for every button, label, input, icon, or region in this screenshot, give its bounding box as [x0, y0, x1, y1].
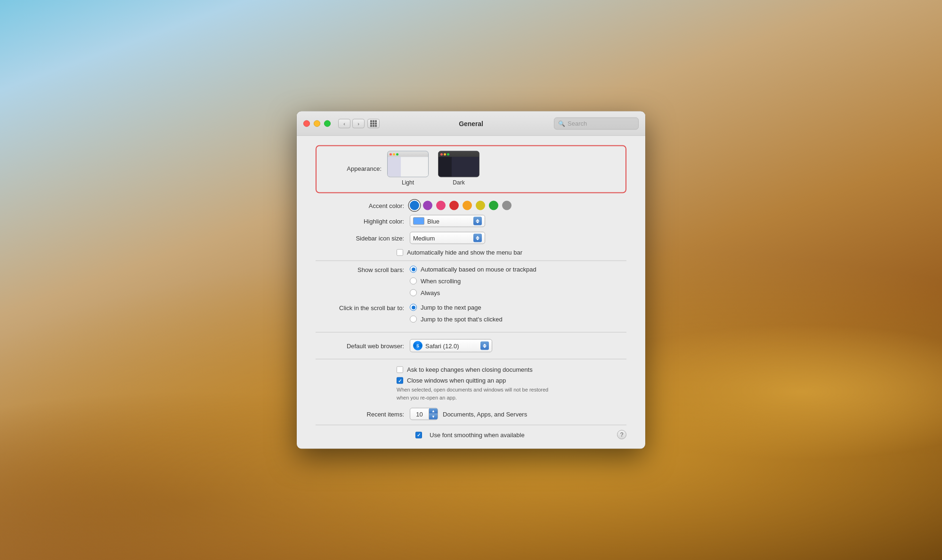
font-smoothing-label: Use font smoothing when available: [430, 431, 525, 438]
menu-bar-checkbox[interactable]: [397, 249, 403, 256]
forward-button[interactable]: ›: [352, 119, 365, 128]
browser-row: Default web browser: S Safari (12.0): [297, 339, 645, 352]
recent-items-stepper[interactable]: 10 ▲ ▼: [410, 408, 438, 420]
click-next-label: Jump to the next page: [421, 304, 481, 311]
traffic-lights: [303, 120, 331, 127]
scroll-auto-label: Automatically based on mouse or trackpad: [421, 266, 536, 273]
window-title: General: [459, 120, 483, 127]
title-bar: ‹ › General 🔍 Search: [297, 112, 645, 136]
appearance-label: Appearance:: [326, 165, 387, 172]
recent-items-label: Recent items:: [316, 410, 410, 417]
scroll-always-row: Always: [410, 289, 536, 296]
browser-dropdown[interactable]: S Safari (12.0): [410, 339, 492, 352]
highlight-color-label: Highlight color:: [316, 217, 410, 224]
sidebar-icon-size-value: Medium: [413, 234, 471, 241]
grid-icon: [370, 120, 377, 127]
accent-color-label: Accent color:: [316, 202, 410, 209]
maximize-button[interactable]: [324, 120, 331, 127]
scroll-always-label: Always: [421, 289, 440, 296]
scroll-scrolling-radio[interactable]: [410, 278, 417, 285]
search-icon: 🔍: [558, 120, 565, 127]
sidebar-icon-size-dropdown[interactable]: Medium: [410, 232, 485, 244]
close-button[interactable]: [303, 120, 310, 127]
ask-changes-checkbox[interactable]: [397, 367, 403, 373]
search-input[interactable]: Search: [568, 120, 634, 127]
click-scroll-label: Click in the scroll bar to:: [316, 304, 410, 312]
appearance-dark-option[interactable]: Dark: [438, 151, 479, 186]
click-scroll-row: Click in the scroll bar to: Jump to the …: [297, 304, 645, 326]
close-windows-checkbox[interactable]: ✓: [397, 377, 403, 384]
close-windows-row: ✓ Close windows when quitting an app: [297, 377, 645, 384]
highlight-dropdown-arrow: [473, 217, 482, 225]
appearance-light-option[interactable]: Light: [387, 151, 429, 186]
stepper-up[interactable]: ▲: [429, 408, 438, 414]
accent-orange[interactable]: [463, 201, 472, 210]
highlight-color-dropdown[interactable]: Blue: [410, 215, 485, 227]
scroll-auto-row: Automatically based on mouse or trackpad: [410, 266, 536, 273]
click-spot-radio[interactable]: [410, 316, 417, 323]
nav-buttons: ‹ ›: [338, 119, 365, 128]
help-button[interactable]: ?: [617, 430, 626, 440]
accent-yellow[interactable]: [476, 201, 485, 210]
click-spot-row: Jump to the spot that's clicked: [410, 316, 503, 323]
scroll-auto-radio[interactable]: [410, 266, 417, 273]
menu-bar-label: Automatically hide and show the menu bar: [407, 249, 522, 256]
divider-3: [316, 359, 626, 360]
click-scroll-options: Jump to the next page Jump to the spot t…: [410, 304, 503, 326]
scroll-bars-options: Automatically based on mouse or trackpad…: [410, 266, 536, 299]
minimize-button[interactable]: [314, 120, 320, 127]
sidebar-icon-size-label: Sidebar icon size:: [316, 234, 410, 241]
accent-purple[interactable]: [423, 201, 432, 210]
accent-pink[interactable]: [436, 201, 446, 210]
font-smoothing-checkmark: ✓: [417, 432, 421, 438]
accent-blue[interactable]: [410, 201, 419, 210]
scroll-scrolling-row: When scrolling: [410, 278, 536, 285]
dark-theme-thumbnail: [438, 151, 479, 177]
scroll-always-radio[interactable]: [410, 289, 417, 296]
light-label: Light: [402, 179, 414, 186]
browser-value: Safari (12.0): [425, 342, 479, 349]
accent-graphite[interactable]: [502, 201, 512, 210]
browser-dropdown-arrow: [480, 342, 489, 350]
back-button[interactable]: ‹: [338, 119, 350, 128]
checkmark-icon: ✓: [398, 378, 402, 383]
safari-icon: S: [413, 341, 422, 351]
divider-1: [316, 261, 626, 261]
close-windows-label: Close windows when quitting an app: [407, 377, 506, 384]
accent-green[interactable]: [489, 201, 498, 210]
scroll-bars-label: Show scroll bars:: [316, 266, 410, 273]
stepper-arrows: ▲ ▼: [429, 408, 438, 420]
highlight-color-row: Highlight color: Blue: [297, 215, 645, 227]
highlight-color-value: Blue: [427, 217, 471, 224]
preferences-window: ‹ › General 🔍 Search Appearance:: [297, 112, 645, 449]
ask-changes-row: Ask to keep changes when closing documen…: [297, 366, 645, 373]
accent-red[interactable]: [449, 201, 459, 210]
light-theme-thumbnail: [387, 151, 429, 177]
recent-items-suffix: Documents, Apps, and Servers: [443, 410, 527, 417]
highlight-color-swatch: [413, 217, 424, 225]
divider-4: [316, 425, 626, 425]
sidebar-icon-size-row: Sidebar icon size: Medium: [297, 232, 645, 244]
grid-view-button[interactable]: [367, 119, 380, 128]
click-next-radio[interactable]: [410, 304, 417, 311]
scroll-bars-row: Show scroll bars: Automatically based on…: [297, 266, 645, 299]
scroll-scrolling-label: When scrolling: [421, 278, 461, 285]
search-bar[interactable]: 🔍 Search: [554, 117, 639, 129]
ask-changes-label: Ask to keep changes when closing documen…: [407, 366, 533, 373]
sidebar-size-dropdown-arrow: [473, 234, 482, 242]
accent-color-row: Accent color:: [297, 201, 645, 210]
dark-label: Dark: [453, 179, 464, 186]
menu-bar-row: Automatically hide and show the menu bar: [297, 249, 645, 256]
stepper-down[interactable]: ▼: [429, 414, 438, 420]
recent-items-value: 10: [410, 409, 429, 419]
appearance-options: Light Dark: [387, 151, 479, 186]
divider-2: [316, 332, 626, 333]
accent-colors: [410, 201, 512, 210]
font-smoothing-row: ✓ Use font smoothing when available ?: [297, 430, 645, 440]
appearance-section: Appearance: Light: [316, 145, 626, 193]
font-smoothing-checkbox[interactable]: ✓: [415, 432, 422, 438]
recent-items-row: Recent items: 10 ▲ ▼ Documents, Apps, an…: [297, 408, 645, 420]
click-next-row: Jump to the next page: [410, 304, 503, 311]
click-spot-label: Jump to the spot that's clicked: [421, 316, 503, 323]
close-windows-hint: When selected, open documents and window…: [297, 386, 645, 401]
